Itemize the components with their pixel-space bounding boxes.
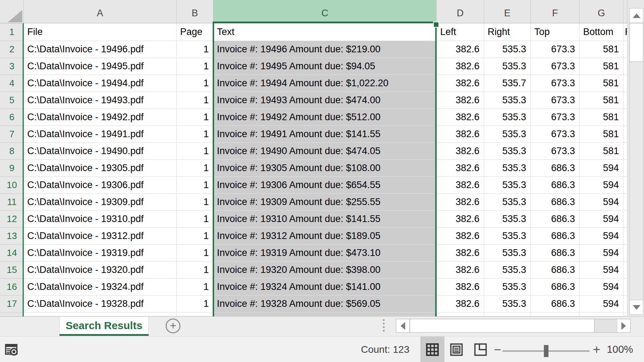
cell-top[interactable]: Top <box>531 23 580 41</box>
cell-text[interactable]: Invoice #: 19328 Amount due: $569.05 <box>213 296 437 313</box>
cell-file[interactable]: C:\Data\Invoice - 19328.pdf <box>24 296 177 313</box>
cell-right[interactable]: 535.3 <box>484 160 531 177</box>
cell-page[interactable]: 1 <box>177 126 213 143</box>
cell-top[interactable]: 673.3 <box>531 75 580 92</box>
cell-page[interactable]: 1 <box>177 160 213 177</box>
cell-right[interactable]: 535.3 <box>484 126 531 143</box>
cell-file[interactable] <box>24 313 177 316</box>
cell-top[interactable] <box>531 313 580 316</box>
cell-text[interactable]: Invoice #: 19305 Amount due: $108.00 <box>213 160 437 177</box>
cell-right[interactable]: 535.3 <box>484 109 531 126</box>
normal-view-button[interactable] <box>420 337 444 362</box>
cell-text[interactable]: Invoice #: 19320 Amount due: $398.00 <box>213 262 437 279</box>
zoom-in-button[interactable]: + <box>590 337 604 362</box>
cell-page[interactable]: 1 <box>177 279 213 296</box>
cell-partial[interactable] <box>623 245 627 262</box>
cell-bottom[interactable]: Bottom <box>580 23 623 41</box>
cell-top[interactable]: 686.3 <box>531 160 580 177</box>
cell-top[interactable]: 673.3 <box>531 109 580 126</box>
cell-partial[interactable] <box>623 160 627 177</box>
cell-right[interactable]: Right <box>484 23 531 41</box>
cell-left[interactable]: 382.6 <box>437 92 484 109</box>
cell-bottom[interactable]: 594 <box>580 262 623 279</box>
cell-page[interactable] <box>177 313 213 316</box>
row-number[interactable]: 17 <box>0 296 24 313</box>
cell-right[interactable]: 535.3 <box>484 296 531 313</box>
cell-partial[interactable] <box>623 109 627 126</box>
cell-left[interactable]: 382.6 <box>437 109 484 126</box>
cell-partial[interactable] <box>623 92 627 109</box>
cell-left[interactable]: 382.6 <box>437 194 484 211</box>
cell-top[interactable]: 673.3 <box>531 92 580 109</box>
cell-bottom[interactable]: 594 <box>580 177 623 194</box>
cell-file[interactable]: C:\Data\Invoice - 19494.pdf <box>24 75 177 92</box>
cell-right[interactable]: 535.3 <box>484 143 531 160</box>
cell-bottom[interactable]: 594 <box>580 245 623 262</box>
cell-bottom[interactable]: 594 <box>580 160 623 177</box>
cell-text[interactable]: Text <box>213 23 437 41</box>
cell-page[interactable]: Page <box>177 23 213 41</box>
cell-page[interactable]: 1 <box>177 41 213 58</box>
cell-page[interactable]: 1 <box>177 296 213 313</box>
cell-left[interactable]: Left <box>437 23 484 41</box>
cell-top[interactable]: 673.3 <box>531 58 580 75</box>
cell-file[interactable]: C:\Data\Invoice - 19312.pdf <box>24 228 177 245</box>
cell-right[interactable]: 535.3 <box>484 194 531 211</box>
row-number[interactable]: 6 <box>0 109 24 126</box>
cell-text[interactable]: Invoice #: 19324 Amount due: $141.00 <box>213 279 437 296</box>
cell-top[interactable]: 686.3 <box>531 228 580 245</box>
cell-top[interactable]: 686.3 <box>531 245 580 262</box>
cell-top[interactable]: 673.3 <box>531 143 580 160</box>
cell-left[interactable]: 382.6 <box>437 296 484 313</box>
cell-page[interactable]: 1 <box>177 177 213 194</box>
cell-right[interactable]: 535.3 <box>484 279 531 296</box>
horizontal-scrollbar-thumb[interactable] <box>410 319 594 333</box>
cell-bottom[interactable]: 594 <box>580 279 623 296</box>
cell-partial[interactable] <box>623 143 627 160</box>
row-number[interactable]: 11 <box>0 194 24 211</box>
cell-bottom[interactable]: 581 <box>580 143 623 160</box>
cell-left[interactable]: 382.6 <box>437 160 484 177</box>
column-header-partial[interactable] <box>623 0 627 23</box>
cell-partial[interactable] <box>623 228 627 245</box>
cell-partial[interactable] <box>623 194 627 211</box>
zoom-level-label[interactable]: 100% <box>604 337 636 362</box>
column-header-e[interactable]: E <box>484 0 531 23</box>
cell-text[interactable]: Invoice #: 19494 Amount due: $1,022.20 <box>213 75 437 92</box>
zoom-out-button[interactable]: − <box>490 337 505 362</box>
cell-partial[interactable] <box>623 279 627 296</box>
cell-partial[interactable] <box>623 126 627 143</box>
cell-bottom[interactable]: 594 <box>580 228 623 245</box>
cell-top[interactable]: 686.3 <box>531 279 580 296</box>
cell-right[interactable]: 535.3 <box>484 228 531 245</box>
cell-bottom[interactable]: 581 <box>580 126 623 143</box>
cell-page[interactable]: 1 <box>177 92 213 109</box>
row-number[interactable]: 14 <box>0 245 24 262</box>
cell-text[interactable]: Invoice #: 19319 Amount due: $473.10 <box>213 245 437 262</box>
new-sheet-button[interactable]: + <box>166 319 180 333</box>
cell-partial[interactable]: F <box>623 23 627 41</box>
scroll-down-button[interactable] <box>630 300 643 314</box>
cell-page[interactable]: 1 <box>177 58 213 75</box>
cell-bottom[interactable]: 581 <box>580 109 623 126</box>
cell-left[interactable] <box>437 313 484 316</box>
cell-right[interactable]: 535.3 <box>484 92 531 109</box>
cell-text[interactable]: Invoice #: 19491 Amount due: $141.55 <box>213 126 437 143</box>
cell-left[interactable]: 382.6 <box>437 75 484 92</box>
column-header-b[interactable]: B <box>177 0 213 23</box>
cell-left[interactable]: 382.6 <box>437 279 484 296</box>
cell-bottom[interactable] <box>580 313 623 316</box>
cell-page[interactable]: 1 <box>177 228 213 245</box>
cell-file[interactable]: C:\Data\Invoice - 19309.pdf <box>24 194 177 211</box>
vertical-scrollbar[interactable] <box>629 8 643 315</box>
cell-top[interactable]: 686.3 <box>531 194 580 211</box>
cell-bottom[interactable]: 581 <box>580 58 623 75</box>
row-number[interactable]: 10 <box>0 177 24 194</box>
row-number[interactable]: 16 <box>0 279 24 296</box>
cell-partial[interactable] <box>623 211 627 228</box>
cell-text[interactable]: Invoice #: 19495 Amount due: $94.05 <box>213 58 437 75</box>
cell-text[interactable]: Invoice #: 19310 Amount due: $141.55 <box>213 211 437 228</box>
row-number[interactable]: 7 <box>0 126 24 143</box>
cell-right[interactable] <box>484 313 531 316</box>
row-number[interactable]: 9 <box>0 160 24 177</box>
